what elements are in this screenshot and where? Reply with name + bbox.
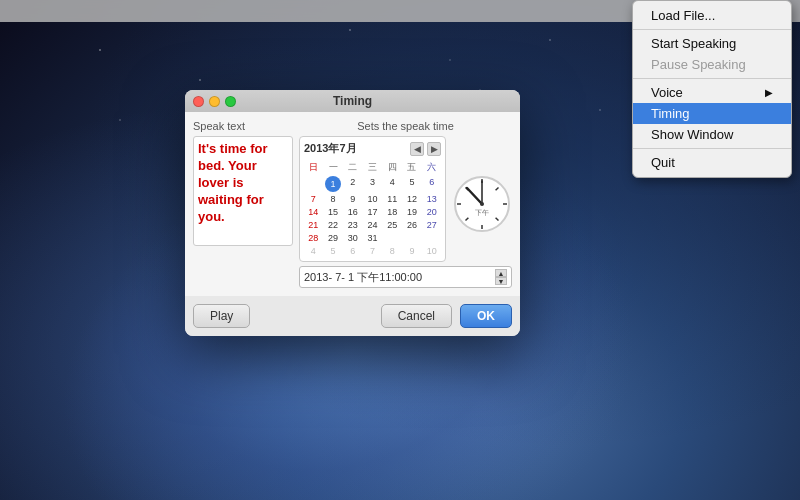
cal-day-nm-6: 6 <box>343 245 362 257</box>
spinner-up-button[interactable]: ▲ <box>495 269 507 277</box>
calendar: 2013年7月 ◀ ▶ 日 一 二 三 <box>299 136 446 262</box>
menu-item-quit-label: Quit <box>651 155 675 170</box>
datetime-input-container[interactable]: 2013- 7- 1 下午11:00:00 ▲ ▼ <box>299 266 512 288</box>
cal-day-31[interactable]: 31 <box>363 232 382 244</box>
analog-clock: 下午 <box>452 169 512 229</box>
footer-right-buttons: Cancel OK <box>381 304 512 328</box>
clock-container: 下午 <box>452 136 512 262</box>
cal-day-nm-4: 4 <box>304 245 323 257</box>
menu-item-start-speaking-label: Start Speaking <box>651 36 736 51</box>
cal-day-17[interactable]: 17 <box>363 206 382 218</box>
cal-day-8[interactable]: 8 <box>324 193 343 205</box>
close-button[interactable] <box>193 96 204 107</box>
dow-fri: 五 <box>403 160 422 175</box>
speak-text-label: Speak text <box>193 120 293 132</box>
cal-day-29[interactable]: 29 <box>324 232 343 244</box>
dow-sun: 日 <box>304 160 323 175</box>
cal-day-30[interactable]: 30 <box>343 232 362 244</box>
left-column: Speak text It's time for bed. Your lover… <box>193 120 293 288</box>
sets-speak-time-label: Sets the speak time <box>299 120 512 132</box>
play-button[interactable]: Play <box>193 304 250 328</box>
svg-point-14 <box>480 202 484 206</box>
menu-item-start-speaking[interactable]: Start Speaking <box>633 33 791 54</box>
menu-item-quit[interactable]: Quit <box>633 152 791 173</box>
calendar-prev-button[interactable]: ◀ <box>410 142 424 156</box>
maximize-button[interactable] <box>225 96 236 107</box>
menu-item-timing[interactable]: Timing <box>633 103 791 124</box>
cal-day-4[interactable]: 4 <box>383 176 402 192</box>
cal-day-24[interactable]: 24 <box>363 219 382 231</box>
cal-day-28[interactable]: 28 <box>304 232 323 244</box>
spinner-down-button[interactable]: ▼ <box>495 277 507 285</box>
menu-item-pause-speaking-label: Pause Speaking <box>651 57 746 72</box>
cal-day-nm-8: 8 <box>383 245 402 257</box>
cal-day-5[interactable]: 5 <box>403 176 422 192</box>
cal-day-10[interactable]: 10 <box>363 193 382 205</box>
speak-text-content[interactable]: It's time for bed. Your lover is waiting… <box>193 136 293 246</box>
dialog-title: Timing <box>333 94 372 108</box>
datetime-value: 2013- 7- 1 下午11:00:00 <box>304 270 422 285</box>
menu-item-pause-speaking: Pause Speaking <box>633 54 791 75</box>
cal-day-19[interactable]: 19 <box>403 206 422 218</box>
cal-day-6[interactable]: 6 <box>422 176 441 192</box>
cal-day-7[interactable]: 7 <box>304 193 323 205</box>
menu-item-show-window[interactable]: Show Window <box>633 124 791 145</box>
window-buttons <box>193 96 236 107</box>
cal-day-nm-10: 10 <box>422 245 441 257</box>
svg-text:下午: 下午 <box>475 209 489 216</box>
datetime-spinner[interactable]: ▲ ▼ <box>495 269 507 285</box>
menu-item-voice-label: Voice <box>651 85 683 100</box>
minimize-button[interactable] <box>209 96 220 107</box>
cal-day-empty-3 <box>403 232 422 244</box>
dow-wed: 三 <box>363 160 382 175</box>
cal-day-11[interactable]: 11 <box>383 193 402 205</box>
menu-item-voice[interactable]: Voice ▶ <box>633 82 791 103</box>
cal-day-9[interactable]: 9 <box>343 193 362 205</box>
cal-day-23[interactable]: 23 <box>343 219 362 231</box>
cal-day-21[interactable]: 21 <box>304 219 323 231</box>
cal-day-26[interactable]: 26 <box>403 219 422 231</box>
cancel-button[interactable]: Cancel <box>381 304 452 328</box>
ok-button[interactable]: OK <box>460 304 512 328</box>
cal-day-12[interactable]: 12 <box>403 193 422 205</box>
cal-day-27[interactable]: 27 <box>422 219 441 231</box>
cal-day-13[interactable]: 13 <box>422 193 441 205</box>
voice-submenu-arrow: ▶ <box>765 87 773 98</box>
cal-day-3[interactable]: 3 <box>363 176 382 192</box>
context-menu: Load File... Start Speaking Pause Speaki… <box>632 0 792 178</box>
cal-day-14[interactable]: 14 <box>304 206 323 218</box>
cal-day-empty-1 <box>304 176 323 192</box>
cal-day-nm-5: 5 <box>324 245 343 257</box>
right-column: Sets the speak time 2013年7月 ◀ ▶ <box>299 120 512 288</box>
menu-separator-1 <box>633 29 791 30</box>
content-row: Speak text It's time for bed. Your lover… <box>193 120 512 288</box>
menu-item-load-file-label: Load File... <box>651 8 715 23</box>
calendar-clock-row: 2013年7月 ◀ ▶ 日 一 二 三 <box>299 136 512 262</box>
menu-item-load-file[interactable]: Load File... <box>633 5 791 26</box>
dow-mon: 一 <box>324 160 343 175</box>
dialog-titlebar: Timing <box>185 90 520 112</box>
dow-thu: 四 <box>383 160 402 175</box>
cal-day-16[interactable]: 16 <box>343 206 362 218</box>
cal-day-20[interactable]: 20 <box>422 206 441 218</box>
calendar-grid: 日 一 二 三 四 五 六 1 2 3 <box>304 160 441 257</box>
cal-day-2[interactable]: 2 <box>343 176 362 192</box>
calendar-next-button[interactable]: ▶ <box>427 142 441 156</box>
cal-day-nm-9: 9 <box>403 245 422 257</box>
dialog-body: Speak text It's time for bed. Your lover… <box>185 112 520 296</box>
cal-day-15[interactable]: 15 <box>324 206 343 218</box>
menu-separator-2 <box>633 78 791 79</box>
timing-dialog: Timing Speak text It's time for bed. You… <box>185 90 520 336</box>
cal-day-1[interactable]: 1 <box>325 176 341 192</box>
calendar-nav: ◀ ▶ <box>410 142 441 156</box>
menu-separator-3 <box>633 148 791 149</box>
menu-item-show-window-label: Show Window <box>651 127 733 142</box>
cal-day-18[interactable]: 18 <box>383 206 402 218</box>
cal-day-22[interactable]: 22 <box>324 219 343 231</box>
cal-day-25[interactable]: 25 <box>383 219 402 231</box>
clock-svg: 下午 <box>452 169 512 239</box>
dow-sat: 六 <box>422 160 441 175</box>
menu-item-timing-label: Timing <box>651 106 690 121</box>
cal-day-empty-2 <box>383 232 402 244</box>
calendar-header: 2013年7月 ◀ ▶ <box>304 141 441 156</box>
